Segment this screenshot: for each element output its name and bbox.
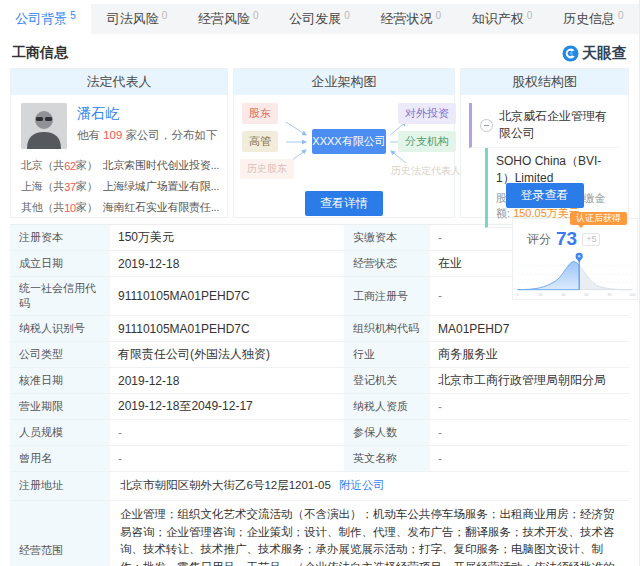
tianyancha-logo-icon [562,45,579,62]
list-item: 北京（共62家） 北京索围时代创业投资...等 [21,155,219,176]
company-profile-page: 公司背景5 司法风险0 经营风险0 公司发展0 经营状况0 知识产权0 历史信息… [0,0,640,566]
region-company-link[interactable]: 海南红石实业有限责任...等 [103,200,219,215]
tab-judicial-risk[interactable]: 司法风险0 [91,4,182,34]
node-executives[interactable]: 高管 [242,131,278,152]
field-label: 参保人数 [344,420,430,445]
tab-operating-status[interactable]: 经营状况0 [365,4,456,34]
region-prefix: 其他（共 [21,200,64,215]
table-row: 营业期限 2019-12-18至2049-12-17 纳税人资质 - [10,394,629,420]
field-label: 经营范围 [10,501,110,566]
field-label: 实缴资本 [344,225,430,250]
tab-company-development[interactable]: 公司发展0 [274,4,365,34]
node-history-legal-rep[interactable]: 历史法定代表人 [384,161,468,181]
field-label: 英文名称 [344,446,430,471]
field-label: 人员规模 [10,420,110,445]
list-item: 其他（共10家） 海南红石实业有限责任...等 [21,197,219,218]
tab-history-info[interactable]: 历史信息0 [548,4,639,34]
score-marker-pin-icon [576,253,583,263]
registered-address: 北京市朝阳区朝外大街乙6号12层1201-05 附近公司 [110,472,629,500]
table-row: 曾用名 - 英文名称 - [10,446,629,472]
node-outbound-investment[interactable]: 对外投资 [398,103,456,124]
summary-prefix: 他有 [77,129,100,141]
tab-label: 公司背景 [15,10,67,28]
region-prefix: 北京（共 [21,158,64,173]
svg-text:0: 0 [517,293,519,297]
table-row-address: 注册地址 北京市朝阳区朝外大街乙6号12层1201-05 附近公司 [10,472,629,501]
field-label: 经营状态 [344,251,430,276]
collapse-minus-icon[interactable] [480,119,493,132]
region-suffix: 家） [76,200,98,215]
section-header: 工商信息 天眼查 [12,42,627,64]
field-value: 91110105MA01PEHD7C [110,316,344,341]
svg-text:40: 40 [561,293,565,297]
tab-count: 0 [435,10,441,21]
tab-intellectual-property[interactable]: 知识产权0 [456,4,547,34]
score-distribution-chart: 020406080100 [513,250,637,298]
node-branches[interactable]: 分支机构 [398,131,456,152]
table-row-business-scope: 经营范围 企业管理；组织文化艺术交流活动（不含演出）；机动车公共停车场服务；出租… [10,501,629,566]
section-title: 工商信息 [12,44,68,62]
region-suffix: 家） [76,158,98,173]
score-label: 评分 [527,231,551,248]
list-item: 上海（共37家） 上海绿城广场置业有限...等 [21,176,219,197]
region-count: 10 [64,202,76,214]
field-label: 公司类型 [10,342,110,367]
tab-count: 5 [70,10,76,21]
field-label: 纳税人识别号 [10,316,110,341]
brand-name: 天眼查 [582,44,627,63]
legal-rep-photo[interactable] [21,103,67,149]
equity-tree: 北京威石企业管理有限公司 SOHO China（BVI-1）Limited 股比… [461,95,628,228]
tab-label: 司法风险 [107,10,159,28]
login-to-view-button[interactable]: 登录查看 [506,183,584,208]
business-scope-text: 企业管理；组织文化艺术交流活动（不含演出）；机动车公共停车场服务；出租商业用房；… [110,501,629,566]
tab-company-background[interactable]: 公司背景5 [0,4,91,34]
svg-text:20: 20 [539,293,543,297]
table-row: 公司类型 有限责任公司(外国法人独资) 行业 商务服务业 [10,342,629,368]
enterprise-structure-card: 企业架构图 股东 高管 历史股东 [233,68,455,218]
field-label: 统一社会信用代码 [10,277,110,315]
tab-count: 0 [162,10,168,21]
node-history-shareholders[interactable]: 历史股东 [240,159,294,179]
nearby-companies-link[interactable]: 附近公司 [339,477,385,495]
tab-label: 经营风险 [198,10,250,28]
svg-text:60: 60 [584,293,588,297]
field-value: 2019-12-18至2049-12-17 [110,394,344,419]
region-company-link[interactable]: 北京索围时代创业投资...等 [103,158,219,173]
view-details-button[interactable]: 查看详情 [305,191,383,216]
legal-rep-name-link[interactable]: 潘石屹 [77,105,218,123]
field-value: - [430,446,629,471]
field-value: - [110,420,344,445]
tab-operating-risk[interactable]: 经营风险0 [183,4,274,34]
tab-count: 0 [344,10,350,21]
table-row: 核准日期 2019-12-18 登记机关 北京市工商行政管理局朝阳分局 [10,368,629,394]
field-label: 核准日期 [10,368,110,393]
equity-parent-name-link[interactable]: 北京威石企业管理有限公司 [499,108,616,142]
score-panel: 认证后获得 评分 73 +5 [512,218,638,300]
enterprise-structure-diagram: 股东 高管 历史股东 XXXX有限公司 对外投资 分支机构 历史法定代表人 [234,95,454,189]
legal-rep-summary: 他有 109 家公司，分布如下 [77,128,218,143]
section-tabbar: 公司背景5 司法风险0 经营风险0 公司发展0 经营状况0 知识产权0 历史信息… [0,4,639,34]
region-company-link[interactable]: 上海绿城广场置业有限...等 [103,179,219,194]
tab-label: 历史信息 [563,10,615,28]
node-company-placeholder: XXXX有限公司 [312,129,386,154]
equity-structure-card: 股权结构图 北京威石企业管理有限公司 SOHO China（BVI-1）Limi… [460,68,629,218]
field-label: 纳税人资质 [344,394,430,419]
svg-text:80: 80 [607,293,611,297]
field-value: 91110105MA01PEHD7C [110,277,344,315]
score-bonus-badge: +5 [582,233,600,246]
field-value: 2019-12-18 [110,251,344,276]
certification-badge: 认证后获得 [570,212,627,225]
region-count: 37 [64,181,76,193]
equity-child-name-link[interactable]: SOHO China（BVI-1）Limited [496,153,616,187]
field-label: 营业期限 [10,394,110,419]
summary-suffix: 家公司，分布如下 [126,129,218,141]
enterprise-structure-card-title: 企业架构图 [234,69,454,95]
field-value: 北京市工商行政管理局朝阳分局 [430,368,629,393]
field-label: 组织机构代码 [344,316,430,341]
summary-company-count: 109 [103,129,122,141]
score-value: 73 [556,228,577,250]
field-label: 注册资本 [10,225,110,250]
node-shareholders[interactable]: 股东 [242,103,278,124]
table-row: 人员规模 - 参保人数 - [10,420,629,446]
tab-label: 经营状况 [380,10,432,28]
